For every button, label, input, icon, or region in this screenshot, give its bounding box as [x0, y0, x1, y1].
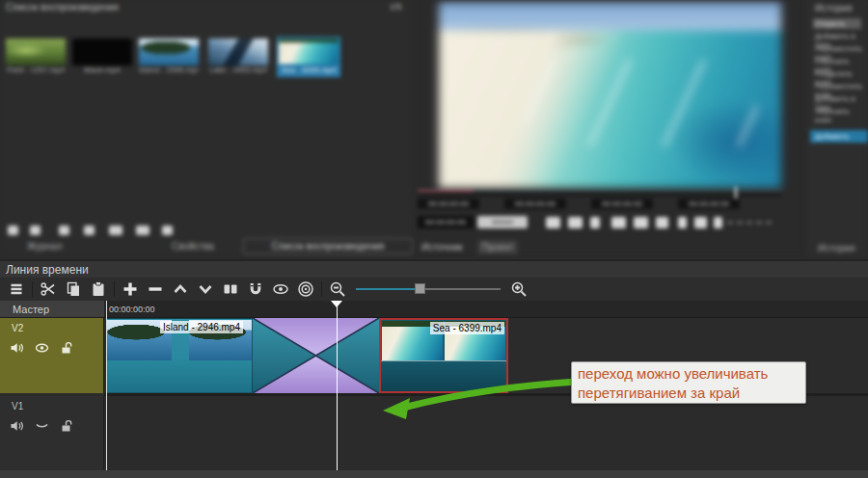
- append-button[interactable]: [118, 279, 143, 300]
- hidden-eye-icon[interactable]: [35, 419, 49, 433]
- step-back-button[interactable]: [568, 217, 583, 228]
- mute-button[interactable]: [694, 217, 707, 228]
- playhead[interactable]: [337, 301, 338, 470]
- loop-button[interactable]: [656, 217, 668, 228]
- playlist-update-icon[interactable]: [59, 226, 69, 235]
- ripple-delete-button[interactable]: [143, 279, 168, 300]
- play-button[interactable]: [590, 217, 600, 228]
- skip-end-button[interactable]: [634, 217, 648, 228]
- history-item-selected[interactable]: Добавить переход: [810, 130, 868, 143]
- playlist-add-icon[interactable]: [8, 226, 18, 235]
- ripple-markers-button[interactable]: [293, 279, 318, 300]
- split-button[interactable]: [218, 279, 243, 300]
- timeline-menu-button[interactable]: [4, 279, 29, 300]
- snap-button[interactable]: [243, 279, 268, 300]
- preview-panel: 00:00:00:00 00:00:00:00 00:00:00:00 00:0…: [417, 0, 802, 257]
- track-name: V1: [0, 396, 103, 412]
- preview-scrub-bar[interactable]: [418, 190, 782, 197]
- zoom-in-button[interactable]: [506, 279, 531, 300]
- timecode-current: 00:00:00:00: [418, 199, 479, 209]
- chevron-down-icon: [197, 280, 214, 298]
- split-icon: [222, 280, 239, 298]
- playlist-view-icons-icon[interactable]: [136, 226, 149, 235]
- playhead-handle[interactable]: [331, 301, 342, 307]
- lock-open-icon[interactable]: [60, 419, 74, 433]
- clip-island[interactable]: Island - 2946.mp4: [106, 318, 253, 393]
- zoom-slider-handle[interactable]: [415, 283, 425, 294]
- playlist-thumb-label: Sea - 6399.mp4: [279, 65, 339, 75]
- track-name: V2: [0, 318, 103, 333]
- playlist-thumb-label: Lake - 3453.mp4: [208, 66, 268, 74]
- zoom-out-icon: [329, 280, 346, 298]
- thumb-divider: [381, 360, 506, 361]
- annotation-line1: переход можно увеличивать: [578, 364, 800, 384]
- clip-label: Island - 2946.mp4: [160, 321, 243, 333]
- in-point-button[interactable]: [678, 217, 687, 228]
- playlist-thumb-island[interactable]: [139, 39, 199, 66]
- timeline-start-line: [106, 301, 107, 470]
- scrub-while-dragging-button[interactable]: [268, 279, 293, 300]
- tab-properties[interactable]: Свойства: [172, 241, 214, 252]
- frame-spinner[interactable]: 00000: [477, 216, 528, 228]
- menu-icon: [8, 280, 25, 298]
- playlist-thumb-lake[interactable]: [208, 39, 268, 66]
- track-header-master[interactable]: Мастер: [0, 301, 104, 318]
- position-field[interactable]: 00:00:00:00: [418, 216, 474, 228]
- history-item[interactable]: Обрезать клип: [815, 107, 867, 124]
- volume-slider[interactable]: [727, 222, 772, 224]
- eye-icon: [272, 280, 289, 298]
- copy-icon: [65, 280, 82, 298]
- playlist-remove-icon[interactable]: [30, 226, 41, 235]
- magnet-icon: [247, 280, 264, 298]
- history-title: История: [815, 3, 853, 13]
- track-v1-lane[interactable]: [104, 396, 868, 470]
- scissors-icon: [40, 280, 57, 298]
- playlist-view-tiles-icon[interactable]: [109, 226, 122, 235]
- out-point-button[interactable]: [714, 217, 722, 228]
- tab-log[interactable]: Журнал: [27, 241, 63, 252]
- tab-project[interactable]: Проект: [477, 240, 518, 254]
- lock-open-icon[interactable]: [60, 341, 74, 355]
- annotation-line2: перетягиванием за край: [578, 384, 800, 403]
- target-icon: [297, 280, 314, 298]
- playlist-menu-icon[interactable]: [162, 226, 173, 235]
- playlist-counter: 1/5: [390, 2, 402, 12]
- tab-playlist-selected[interactable]: Список воспроизведения: [243, 238, 413, 254]
- zoom-out-button[interactable]: [325, 279, 350, 300]
- tab-history[interactable]: История: [818, 243, 855, 253]
- mute-icon[interactable]: [10, 419, 24, 433]
- cut-button[interactable]: [36, 279, 61, 300]
- hide-icon[interactable]: [35, 341, 49, 355]
- playlist-panel: Список воспроизведения 1/5 Field - 1257.…: [0, 0, 413, 257]
- zoom-in-icon: [510, 280, 528, 298]
- transition-clip[interactable]: [253, 318, 379, 393]
- timeline-panel: Линия времени: [0, 257, 868, 478]
- paste-button[interactable]: [86, 279, 111, 300]
- playlist-view-details-icon[interactable]: [84, 226, 95, 235]
- timeline-ruler[interactable]: 00:00:00:00: [104, 301, 868, 318]
- overwrite-button[interactable]: [193, 279, 218, 300]
- copy-button[interactable]: [61, 279, 86, 300]
- timeline-scrollbar[interactable]: [0, 470, 868, 478]
- playlist-thumb-black[interactable]: [72, 39, 132, 66]
- tab-source[interactable]: Источник: [421, 242, 463, 252]
- timecode-total: 00:00:00:00: [504, 199, 566, 209]
- track-header-v2[interactable]: V2: [0, 318, 104, 393]
- playlist-thumb-label: Field - 1257.mp4: [6, 66, 66, 74]
- mute-icon[interactable]: [10, 341, 24, 355]
- minus-icon: [147, 280, 164, 298]
- step-forward-button[interactable]: [611, 217, 626, 228]
- clip-sea-selected[interactable]: Sea - 6399.mp4: [379, 318, 508, 393]
- playlist-thumb-sea-selected[interactable]: Sea - 6399.mp4: [277, 37, 340, 77]
- timeline-zoom-slider[interactable]: [356, 279, 501, 300]
- track-header-v1[interactable]: V1: [0, 396, 104, 470]
- lift-button[interactable]: [168, 279, 193, 300]
- playlist-thumb-field[interactable]: [6, 39, 66, 66]
- chevron-up-icon: [172, 280, 189, 298]
- history-item[interactable]: Открыть файл: [813, 18, 861, 29]
- video-preview: [439, 2, 781, 188]
- playlist-title: Список воспроизведения: [6, 2, 119, 13]
- plus-icon: [122, 280, 139, 298]
- paste-icon: [90, 280, 107, 298]
- skip-start-button[interactable]: [546, 217, 560, 228]
